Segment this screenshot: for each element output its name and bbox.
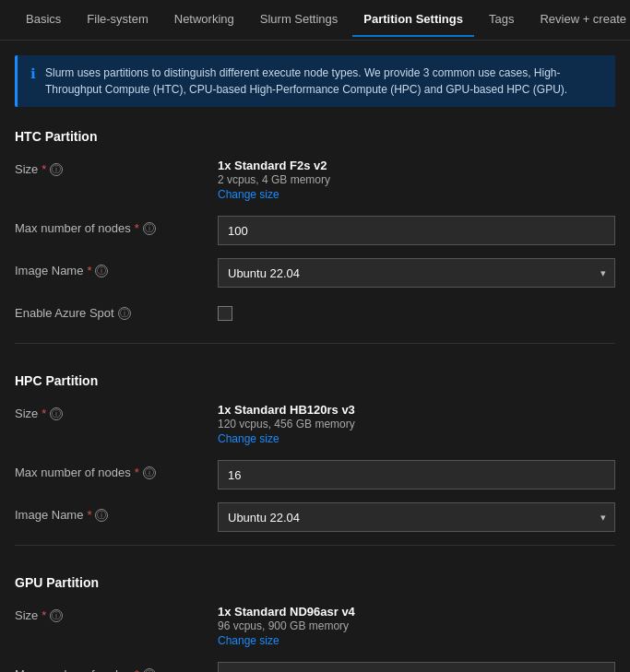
gpu-size-required: * [42, 608, 46, 622]
htc-size-detail: 2 vcpus, 4 GB memory [218, 173, 615, 186]
htc-azure-spot-control [218, 301, 615, 324]
gpu-partition-section: GPU Partition Size * ⓘ 1x Standard ND96a… [0, 560, 630, 672]
hpc-size-required: * [42, 407, 46, 420]
info-banner: ℹ Slurm uses partitions to distinguish d… [15, 55, 615, 107]
htc-max-nodes-row: Max number of nodes * ⓘ [15, 216, 615, 245]
hpc-image-select[interactable]: Ubuntu 22.04 Ubuntu 20.04 CentOS 7 [218, 502, 615, 532]
hpc-size-detail: 120 vcpus, 456 GB memory [218, 418, 615, 430]
hpc-size-display: 1x Standard HB120rs v3 120 vcpus, 456 GB… [218, 401, 615, 447]
gpu-max-nodes-input[interactable] [218, 662, 615, 672]
hpc-max-nodes-required: * [135, 466, 139, 479]
gpu-max-nodes-label: Max number of nodes * ⓘ [15, 662, 218, 672]
nav-review[interactable]: Review + create [529, 3, 630, 37]
htc-partition-section: HTC Partition Size * ⓘ 1x Standard F2s v… [0, 114, 630, 330]
htc-image-required: * [87, 264, 91, 277]
hpc-max-nodes-label: Max number of nodes * ⓘ [15, 460, 218, 479]
htc-size-name: 1x Standard F2s v2 [218, 159, 615, 172]
hpc-image-control: Ubuntu 22.04 Ubuntu 20.04 CentOS 7 ▾ [218, 502, 615, 532]
gpu-size-row: Size * ⓘ 1x Standard ND96asr v4 96 vcpus… [15, 603, 615, 649]
htc-change-size-link[interactable]: Change size [218, 188, 615, 201]
htc-max-nodes-required: * [135, 221, 139, 235]
htc-max-nodes-label: Max number of nodes * ⓘ [15, 216, 218, 235]
hpc-title: HPC Partition [15, 373, 615, 388]
htc-size-row: Size * ⓘ 1x Standard F2s v2 2 vcpus, 4 G… [15, 157, 615, 203]
htc-image-control: Ubuntu 22.04 Ubuntu 20.04 CentOS 7 ▾ [218, 258, 615, 288]
hpc-max-nodes-control [218, 460, 615, 489]
hpc-image-info-icon[interactable]: ⓘ [95, 509, 108, 522]
gpu-size-info-icon[interactable]: ⓘ [50, 609, 63, 622]
htc-azure-spot-row: Enable Azure Spot ⓘ [15, 301, 615, 330]
gpu-max-nodes-control [218, 662, 615, 672]
info-icon: ℹ [30, 65, 36, 82]
gpu-size-label: Size * ⓘ [15, 603, 218, 622]
navigation: Basics File-system Networking Slurm Sett… [0, 0, 630, 41]
htc-size-label: Size * ⓘ [15, 157, 218, 176]
htc-max-nodes-info-icon[interactable]: ⓘ [143, 222, 156, 235]
nav-basics[interactable]: Basics [15, 3, 72, 37]
hpc-size-label: Size * ⓘ [15, 401, 218, 420]
gpu-max-nodes-info-icon[interactable]: ⓘ [143, 668, 156, 673]
htc-max-nodes-input[interactable] [218, 216, 615, 245]
nav-tags[interactable]: Tags [478, 3, 525, 37]
info-banner-text: Slurm uses partitions to distinguish dif… [45, 65, 602, 98]
htc-image-info-icon[interactable]: ⓘ [95, 265, 108, 277]
htc-size-info-icon[interactable]: ⓘ [50, 163, 63, 176]
gpu-size-display: 1x Standard ND96asr v4 96 vcpus, 900 GB … [218, 603, 615, 649]
hpc-max-nodes-row: Max number of nodes * ⓘ [15, 460, 615, 489]
nav-slurm[interactable]: Slurm Settings [249, 3, 350, 37]
hpc-change-size-link[interactable]: Change size [218, 432, 615, 445]
nav-partition[interactable]: Partition Settings [352, 3, 474, 37]
gpu-max-nodes-row: Max number of nodes * ⓘ [15, 662, 615, 672]
htc-azure-spot-info-icon[interactable]: ⓘ [118, 307, 131, 320]
htc-image-row: Image Name * ⓘ Ubuntu 22.04 Ubuntu 20.04… [15, 258, 615, 288]
gpu-title: GPU Partition [15, 575, 615, 590]
nav-filesystem[interactable]: File-system [76, 3, 159, 37]
nav-networking[interactable]: Networking [163, 3, 245, 37]
hpc-image-required: * [87, 508, 91, 522]
gpu-change-size-link[interactable]: Change size [218, 634, 615, 647]
gpu-size-detail: 96 vcpus, 900 GB memory [218, 619, 615, 632]
htc-max-nodes-control [218, 216, 615, 245]
htc-size-required: * [42, 162, 46, 176]
htc-image-select[interactable]: Ubuntu 22.04 Ubuntu 20.04 CentOS 7 [218, 258, 615, 288]
hpc-size-row: Size * ⓘ 1x Standard HB120rs v3 120 vcpu… [15, 401, 615, 447]
gpu-max-nodes-required: * [135, 667, 139, 672]
htc-size-display: 1x Standard F2s v2 2 vcpus, 4 GB memory … [218, 157, 615, 203]
hpc-max-nodes-info-icon[interactable]: ⓘ [143, 466, 156, 479]
htc-image-label: Image Name * ⓘ [15, 258, 218, 277]
htc-azure-spot-checkbox[interactable] [218, 306, 232, 321]
htc-title: HTC Partition [15, 129, 615, 144]
hpc-image-row: Image Name * ⓘ Ubuntu 22.04 Ubuntu 20.04… [15, 502, 615, 532]
hpc-partition-section: HPC Partition Size * ⓘ 1x Standard HB120… [0, 359, 630, 532]
htc-azure-spot-label: Enable Azure Spot ⓘ [15, 301, 218, 320]
hpc-max-nodes-input[interactable] [218, 460, 615, 489]
hpc-size-name: 1x Standard HB120rs v3 [218, 403, 615, 417]
hpc-image-label: Image Name * ⓘ [15, 502, 218, 522]
hpc-divider [15, 545, 615, 546]
gpu-size-name: 1x Standard ND96asr v4 [218, 605, 615, 619]
hpc-size-info-icon[interactable]: ⓘ [50, 407, 63, 420]
htc-divider [15, 343, 615, 344]
